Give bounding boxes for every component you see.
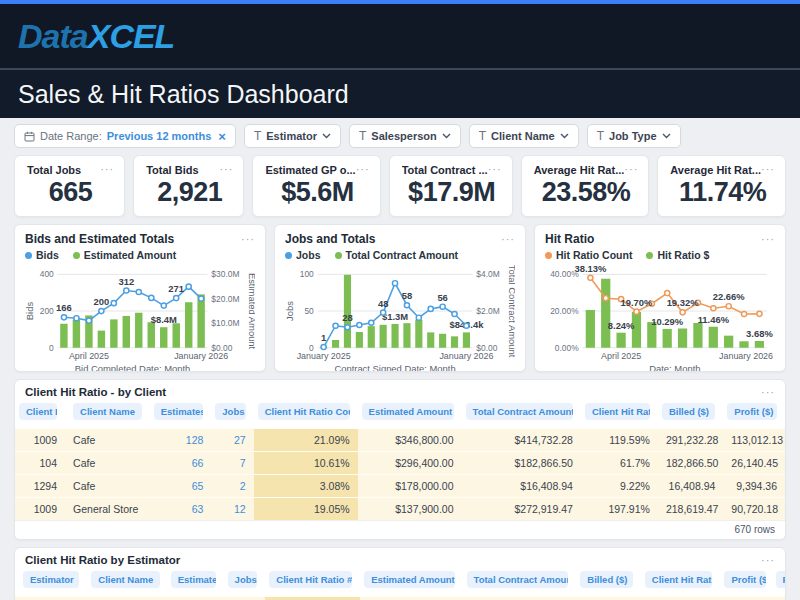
legend-item[interactable]: Jobs: [285, 249, 321, 261]
close-icon[interactable]: ×: [218, 129, 226, 144]
legend-item[interactable]: Hit Ratio Count: [545, 249, 632, 261]
table-cell: $182,866.50: [462, 452, 581, 475]
column-header[interactable]: Client Name: [65, 401, 150, 429]
column-header-pill[interactable]: Billed ($): [580, 571, 632, 588]
column-header[interactable]: Client Hit Ratio #: [265, 569, 360, 597]
combo-chart-hit-ratio: 0.00%20.00%40.00%8.24%10.29%11.46%3.68%3…: [545, 262, 775, 372]
legend-item[interactable]: Bids: [25, 249, 59, 261]
legend-item[interactable]: Total Contract Amount: [335, 249, 459, 261]
column-header-pill[interactable]: Profit ($): [727, 403, 777, 420]
column-header-pill[interactable]: P: [776, 571, 786, 588]
column-header[interactable]: Profit ($): [723, 401, 785, 429]
column-header[interactable]: Client Name: [83, 569, 166, 597]
column-header[interactable]: Total Contract Amount ($): [462, 401, 581, 429]
legend-label: Hit Ratio $: [657, 249, 709, 261]
more-menu-icon[interactable]: ···: [241, 234, 255, 245]
more-menu-icon[interactable]: ···: [761, 387, 775, 398]
column-header-pill[interactable]: Estimator: [23, 571, 79, 588]
column-header[interactable]: Estimates: [150, 401, 212, 429]
column-header-pill[interactable]: Client Hit Ratio Count: [258, 403, 350, 420]
table-cell[interactable]: 27: [211, 429, 253, 452]
column-header-partial[interactable]: P: [774, 569, 785, 597]
table-cell[interactable]: 128: [150, 429, 212, 452]
column-header[interactable]: Jobs: [224, 569, 266, 597]
date-range-value[interactable]: Previous 12 months: [107, 130, 212, 142]
chart-card-jobs-totals: Jobs and Totals··· JobsTotal Contract Am…: [274, 224, 526, 372]
kpi-label: Total Bids: [146, 164, 198, 176]
column-header[interactable]: Client Hit Ratio Count: [254, 401, 358, 429]
svg-text:Date: Month: Date: Month: [649, 363, 700, 372]
column-header-pill[interactable]: Client ID: [19, 403, 57, 420]
column-header-pill[interactable]: Profit ($): [724, 571, 765, 588]
table-cell: 2,500.00: [720, 597, 773, 600]
data-table: Client IDClient NameEstimatesJobsClient …: [15, 401, 785, 520]
svg-text:19.70%: 19.70%: [621, 297, 654, 308]
column-header[interactable]: Estimated Amount ($): [360, 569, 462, 597]
kpi-value: 665: [27, 177, 114, 208]
filter-job-type[interactable]: T Job Type: [587, 124, 681, 148]
column-header-pill[interactable]: Estimates: [171, 571, 216, 588]
table-cell: 11,000.00: [463, 597, 577, 600]
column-header-pill[interactable]: Total Contract Amount ($): [467, 571, 569, 588]
more-menu-icon[interactable]: ···: [488, 164, 502, 175]
legend-item[interactable]: Estimated Amount: [73, 249, 176, 261]
column-header[interactable]: Billed ($): [658, 401, 723, 429]
table-cell: General Store: [65, 498, 150, 521]
column-header[interactable]: Total Contract Amount ($): [463, 569, 577, 597]
more-menu-icon[interactable]: ···: [624, 164, 638, 175]
more-menu-icon[interactable]: ···: [761, 234, 775, 245]
column-header-pill[interactable]: Client Hit Ratio $: [585, 403, 650, 420]
table-cell: Cafe: [65, 452, 150, 475]
column-header-pill[interactable]: Total Contract Amount ($): [466, 403, 573, 420]
more-menu-icon[interactable]: ···: [356, 164, 370, 175]
column-header[interactable]: Client ID: [15, 401, 65, 429]
column-header[interactable]: Profit ($): [720, 569, 773, 597]
column-header[interactable]: Estimator: [15, 569, 83, 597]
table-cell[interactable]: 1: [224, 597, 266, 600]
more-menu-icon[interactable]: ···: [761, 555, 775, 566]
legend-item[interactable]: Hit Ratio $: [646, 249, 709, 261]
more-menu-icon[interactable]: ···: [100, 164, 114, 175]
column-header[interactable]: Estimates: [167, 569, 224, 597]
column-header-pill[interactable]: Estimated Amount ($): [364, 571, 454, 588]
table-cell[interactable]: 65: [150, 475, 212, 498]
column-header[interactable]: Jobs: [211, 401, 253, 429]
column-header-pill[interactable]: Jobs: [215, 403, 245, 420]
column-header-pill[interactable]: Client Name: [91, 571, 160, 588]
column-header-pill[interactable]: Jobs: [228, 571, 258, 588]
column-header-pill[interactable]: Estimated Amount ($): [362, 403, 454, 420]
more-menu-icon[interactable]: ···: [501, 234, 515, 245]
table-cell[interactable]: 63: [150, 498, 212, 521]
dataxcel-logo[interactable]: DataXCEL: [18, 17, 174, 56]
date-range-filter[interactable]: Date Range: Previous 12 months ×: [14, 124, 236, 148]
column-header[interactable]: Estimated Amount ($): [358, 401, 462, 429]
column-header-pill[interactable]: Billed ($): [662, 403, 715, 420]
column-header-pill[interactable]: Client Name: [73, 403, 142, 420]
legend-dot-icon: [285, 252, 292, 259]
kpi-card-total-bids: Total Bids··· 2,921: [133, 155, 244, 217]
filter-label: Client Name: [491, 130, 555, 142]
table-cell[interactable]: 7: [211, 452, 253, 475]
column-header[interactable]: Billed ($): [576, 569, 640, 597]
table-cell[interactable]: 12: [211, 498, 253, 521]
svg-text:22.66%: 22.66%: [713, 291, 746, 302]
table-cell[interactable]: 5: [167, 597, 224, 600]
column-header-pill[interactable]: Client Hit Ratio #: [269, 571, 352, 588]
more-menu-icon[interactable]: ···: [219, 164, 233, 175]
column-header-pill[interactable]: Estimates: [154, 403, 204, 420]
column-header[interactable]: Client Hit Ratio $: [641, 569, 721, 597]
svg-text:10.29%: 10.29%: [651, 316, 684, 327]
table-title: Client Hit Ratio - by Client: [25, 386, 166, 398]
filter-estimator[interactable]: T Estimator: [244, 124, 341, 148]
table-cell: 182,866.50: [658, 452, 723, 475]
table-row: 1009General Store631219.05%$137,900.00$2…: [15, 498, 785, 521]
table-cell[interactable]: 66: [150, 452, 212, 475]
column-header-pill[interactable]: Client Hit Ratio $: [645, 571, 713, 588]
more-menu-icon[interactable]: ···: [761, 164, 775, 175]
filter-salesperson[interactable]: T Salesperson: [349, 124, 461, 148]
column-header[interactable]: Client Hit Ratio $: [581, 401, 658, 429]
filter-client-name[interactable]: T Client Name: [469, 124, 579, 148]
table-cell[interactable]: 2: [211, 475, 253, 498]
legend-dot-icon: [646, 252, 653, 259]
kpi-card-average-hit-ratio-count: Average Hit Rat...··· 23.58%: [521, 155, 650, 217]
